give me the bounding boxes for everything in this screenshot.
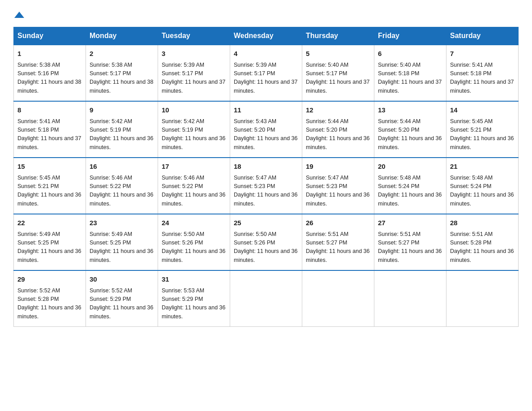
day-number: 6 (378, 49, 442, 59)
day-info: Sunrise: 5:51 AMSunset: 5:27 PMDaylight:… (378, 230, 442, 265)
day-number: 4 (234, 49, 298, 59)
logo-area (13, 9, 24, 18)
calendar-cell: 28 Sunrise: 5:51 AMSunset: 5:28 PMDaylig… (446, 214, 519, 270)
day-number: 28 (450, 218, 515, 228)
day-info: Sunrise: 5:49 AMSunset: 5:25 PMDaylight:… (90, 230, 154, 265)
day-info: Sunrise: 5:44 AMSunset: 5:20 PMDaylight:… (306, 117, 370, 152)
calendar-cell: 26 Sunrise: 5:51 AMSunset: 5:27 PMDaylig… (302, 214, 374, 270)
day-info: Sunrise: 5:38 AMSunset: 5:16 PMDaylight:… (17, 61, 82, 96)
day-info: Sunrise: 5:42 AMSunset: 5:19 PMDaylight:… (162, 117, 226, 152)
day-info: Sunrise: 5:47 AMSunset: 5:23 PMDaylight:… (234, 174, 298, 209)
header-tuesday: Tuesday (158, 27, 230, 45)
calendar-cell: 8 Sunrise: 5:41 AMSunset: 5:18 PMDayligh… (14, 101, 86, 158)
day-info: Sunrise: 5:38 AMSunset: 5:17 PMDaylight:… (90, 61, 154, 96)
calendar-cell: 16 Sunrise: 5:46 AMSunset: 5:22 PMDaylig… (86, 158, 158, 214)
day-number: 23 (90, 218, 154, 228)
day-info: Sunrise: 5:42 AMSunset: 5:19 PMDaylight:… (90, 117, 154, 152)
day-info: Sunrise: 5:52 AMSunset: 5:28 PMDaylight:… (17, 287, 82, 321)
day-info: Sunrise: 5:50 AMSunset: 5:26 PMDaylight:… (234, 230, 298, 265)
day-info: Sunrise: 5:45 AMSunset: 5:21 PMDaylight:… (17, 174, 82, 209)
day-info: Sunrise: 5:48 AMSunset: 5:24 PMDaylight:… (450, 174, 515, 209)
day-info: Sunrise: 5:53 AMSunset: 5:29 PMDaylight:… (162, 287, 226, 321)
day-info: Sunrise: 5:39 AMSunset: 5:17 PMDaylight:… (162, 61, 226, 96)
day-number: 31 (162, 274, 226, 285)
day-number: 13 (378, 105, 442, 116)
day-number: 26 (306, 218, 370, 228)
day-info: Sunrise: 5:44 AMSunset: 5:20 PMDaylight:… (378, 117, 442, 152)
day-number: 21 (450, 162, 515, 172)
week-row-1: 1 Sunrise: 5:38 AMSunset: 5:16 PMDayligh… (14, 45, 519, 101)
calendar-cell: 31 Sunrise: 5:53 AMSunset: 5:29 PMDaylig… (158, 270, 230, 327)
day-number: 16 (90, 162, 154, 172)
calendar-cell: 17 Sunrise: 5:46 AMSunset: 5:22 PMDaylig… (158, 158, 230, 214)
day-info: Sunrise: 5:51 AMSunset: 5:27 PMDaylight:… (306, 230, 370, 265)
svg-marker-0 (14, 12, 24, 18)
day-number: 15 (17, 162, 82, 172)
day-info: Sunrise: 5:48 AMSunset: 5:24 PMDaylight:… (378, 174, 442, 209)
header-wednesday: Wednesday (230, 27, 302, 45)
calendar-cell (230, 270, 302, 327)
day-number: 29 (17, 274, 82, 285)
calendar-cell: 15 Sunrise: 5:45 AMSunset: 5:21 PMDaylig… (14, 158, 86, 214)
day-info: Sunrise: 5:45 AMSunset: 5:21 PMDaylight:… (450, 117, 515, 152)
calendar-cell: 3 Sunrise: 5:39 AMSunset: 5:17 PMDayligh… (158, 45, 230, 101)
day-number: 1 (17, 49, 82, 59)
week-row-5: 29 Sunrise: 5:52 AMSunset: 5:28 PMDaylig… (14, 270, 519, 327)
day-number: 22 (17, 218, 82, 228)
header-saturday: Saturday (446, 27, 519, 45)
calendar-cell: 2 Sunrise: 5:38 AMSunset: 5:17 PMDayligh… (86, 45, 158, 101)
calendar-cell: 13 Sunrise: 5:44 AMSunset: 5:20 PMDaylig… (374, 101, 446, 158)
day-number: 19 (306, 162, 370, 172)
calendar-cell: 29 Sunrise: 5:52 AMSunset: 5:28 PMDaylig… (14, 270, 86, 327)
day-info: Sunrise: 5:51 AMSunset: 5:28 PMDaylight:… (450, 230, 515, 265)
day-info: Sunrise: 5:46 AMSunset: 5:22 PMDaylight:… (162, 174, 226, 209)
calendar-cell: 24 Sunrise: 5:50 AMSunset: 5:26 PMDaylig… (158, 214, 230, 270)
calendar-cell: 14 Sunrise: 5:45 AMSunset: 5:21 PMDaylig… (446, 101, 519, 158)
days-header-row: Sunday Monday Tuesday Wednesday Thursday… (14, 27, 519, 45)
calendar-cell: 30 Sunrise: 5:52 AMSunset: 5:29 PMDaylig… (86, 270, 158, 327)
day-number: 12 (306, 105, 370, 116)
calendar-cell: 4 Sunrise: 5:39 AMSunset: 5:17 PMDayligh… (230, 45, 302, 101)
day-number: 5 (306, 49, 370, 59)
calendar-cell: 10 Sunrise: 5:42 AMSunset: 5:19 PMDaylig… (158, 101, 230, 158)
week-row-4: 22 Sunrise: 5:49 AMSunset: 5:25 PMDaylig… (14, 214, 519, 270)
day-number: 27 (378, 218, 442, 228)
calendar-cell: 11 Sunrise: 5:43 AMSunset: 5:20 PMDaylig… (230, 101, 302, 158)
day-number: 10 (162, 105, 226, 116)
day-info: Sunrise: 5:49 AMSunset: 5:25 PMDaylight:… (17, 230, 82, 265)
logo (13, 9, 24, 20)
calendar-cell: 18 Sunrise: 5:47 AMSunset: 5:23 PMDaylig… (230, 158, 302, 214)
calendar-cell: 5 Sunrise: 5:40 AMSunset: 5:17 PMDayligh… (302, 45, 374, 101)
calendar-cell: 21 Sunrise: 5:48 AMSunset: 5:24 PMDaylig… (446, 158, 519, 214)
calendar-cell: 19 Sunrise: 5:47 AMSunset: 5:23 PMDaylig… (302, 158, 374, 214)
calendar-cell (374, 270, 446, 327)
logo-arrow-icon (14, 10, 24, 20)
calendar-cell: 7 Sunrise: 5:41 AMSunset: 5:18 PMDayligh… (446, 45, 519, 101)
calendar-cell: 27 Sunrise: 5:51 AMSunset: 5:27 PMDaylig… (374, 214, 446, 270)
day-info: Sunrise: 5:52 AMSunset: 5:29 PMDaylight:… (90, 287, 154, 321)
calendar-cell: 6 Sunrise: 5:40 AMSunset: 5:18 PMDayligh… (374, 45, 446, 101)
day-info: Sunrise: 5:40 AMSunset: 5:18 PMDaylight:… (378, 61, 442, 96)
day-info: Sunrise: 5:41 AMSunset: 5:18 PMDaylight:… (17, 117, 82, 152)
day-number: 24 (162, 218, 226, 228)
header-monday: Monday (86, 27, 158, 45)
day-info: Sunrise: 5:43 AMSunset: 5:20 PMDaylight:… (234, 117, 298, 152)
day-number: 2 (90, 49, 154, 59)
calendar-cell: 22 Sunrise: 5:49 AMSunset: 5:25 PMDaylig… (14, 214, 86, 270)
day-number: 14 (450, 105, 515, 116)
day-number: 3 (162, 49, 226, 59)
day-number: 7 (450, 49, 515, 59)
day-number: 11 (234, 105, 298, 116)
day-number: 17 (162, 162, 226, 172)
day-info: Sunrise: 5:39 AMSunset: 5:17 PMDaylight:… (234, 61, 298, 96)
day-info: Sunrise: 5:41 AMSunset: 5:18 PMDaylight:… (450, 61, 515, 96)
day-info: Sunrise: 5:47 AMSunset: 5:23 PMDaylight:… (306, 174, 370, 209)
calendar-cell: 25 Sunrise: 5:50 AMSunset: 5:26 PMDaylig… (230, 214, 302, 270)
day-number: 20 (378, 162, 442, 172)
day-info: Sunrise: 5:40 AMSunset: 5:17 PMDaylight:… (306, 61, 370, 96)
week-row-2: 8 Sunrise: 5:41 AMSunset: 5:18 PMDayligh… (14, 101, 519, 158)
header-friday: Friday (374, 27, 446, 45)
calendar-cell: 12 Sunrise: 5:44 AMSunset: 5:20 PMDaylig… (302, 101, 374, 158)
day-info: Sunrise: 5:50 AMSunset: 5:26 PMDaylight:… (162, 230, 226, 265)
header-sunday: Sunday (14, 27, 86, 45)
